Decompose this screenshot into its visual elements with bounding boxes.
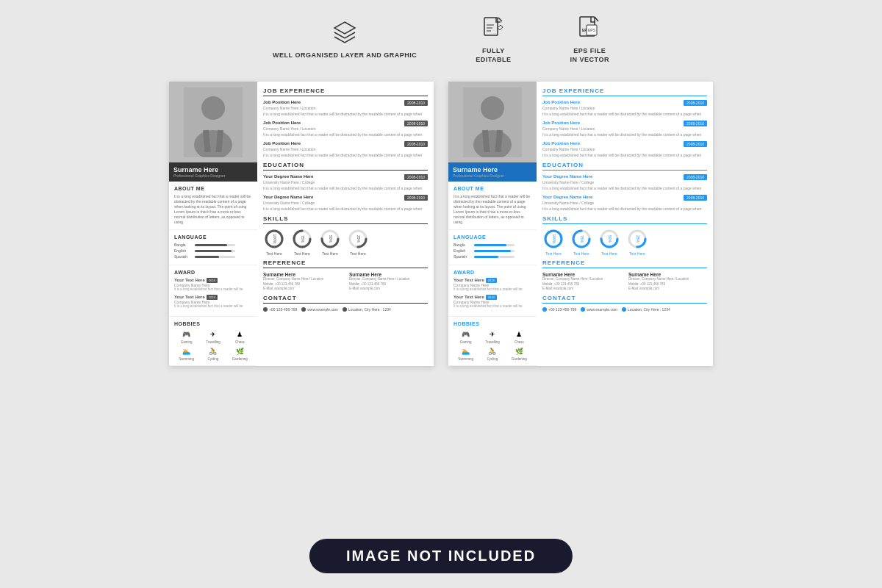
surname-2: Surname Here — [453, 166, 532, 173]
svg-text:EPS: EPS — [588, 28, 596, 32]
exp-title-2: JOB EXPERIENCE — [542, 87, 707, 96]
feature-bar: WELL ORGANISED LAYER AND GRAPHIC FULLYED… — [0, 0, 882, 74]
job-2-1: Job Position Here 2008-2010 Company Name… — [542, 100, 707, 117]
skill-25-2: 25% Text Here — [626, 228, 648, 256]
about-text-2: It is a long established fact that a rea… — [453, 194, 531, 225]
skill-100-1: 100% Text Here — [263, 228, 285, 256]
contact-row-1: +00 123-456-789 www.example.com Location… — [263, 307, 428, 312]
lang-spanish-2: Spanish — [453, 254, 531, 259]
award-item-2-2: Your Text Here2018 Company Name Here It … — [453, 295, 531, 309]
lang-title-1: LANGUAGE — [174, 234, 252, 240]
skills-section-2: SKILLS 100% Text Here — [542, 215, 707, 256]
ref-row-1: Surname Here Director, Company Name Here… — [263, 272, 428, 291]
hobby-travel-1: ✈ Travelling — [201, 329, 225, 344]
contact-row-2: +00 123-456-789 www.example.com Location… — [542, 307, 707, 312]
award-item-1: Your Text Here2018 Company Name Here It … — [174, 278, 252, 292]
hobby-gaming-1: 🎮 Gaming — [174, 329, 198, 344]
skills-title-2: SKILLS — [542, 215, 707, 224]
skill-50-1: 50% Text Here — [319, 228, 341, 256]
contact-title-2: CONTACT — [542, 295, 707, 304]
about-section-2: ABOUT ME It is a long established fact t… — [448, 182, 537, 230]
contact-phone-2: +00 123-456-789 — [542, 307, 576, 312]
about-title-2: ABOUT ME — [453, 186, 531, 191]
main-content-2: JOB EXPERIENCE Job Position Here 2008-20… — [537, 82, 713, 366]
contact-loc-2: Location, City Here : 1234 — [622, 307, 670, 312]
job-1-2: Job Position Here 2008-2010 Company Name… — [263, 121, 428, 137]
hobbies-title-1: HOBBIES — [174, 321, 252, 326]
contact-section-2: CONTACT +00 123-456-789 www.example.com … — [542, 295, 707, 312]
bottom-banner: IMAGE NOT INCLUDED — [309, 539, 573, 573]
svg-text:25%: 25% — [636, 235, 640, 243]
sidebar-2: Surname Here Professional Graphics Desig… — [448, 82, 537, 366]
about-title-1: ABOUT ME — [174, 186, 252, 191]
name-banner-2: Surname Here Professional Graphics Desig… — [448, 162, 537, 182]
hobbies-grid-2: 🎮 Gaming ✈ Travelling ♟ Chess 🏊 Swimming — [453, 329, 531, 361]
skills-row-1: 100% Text Here 75% Text Here — [263, 228, 428, 256]
skill-25-1: 25% Text Here — [347, 228, 369, 256]
hobbies-grid-1: 🎮 Gaming ✈ Travelling ♟ Chess 🏊 Swimming — [174, 329, 252, 361]
about-section-1: ABOUT ME It is a long established fact t… — [169, 182, 257, 230]
contact-web-2: www.example.com — [581, 307, 617, 312]
contact-loc-1: Location, City Here : 1234 — [343, 307, 391, 312]
svg-text:50%: 50% — [608, 235, 612, 243]
hobbies-section-1: HOBBIES 🎮 Gaming ✈ Travelling ♟ Chess — [169, 317, 257, 366]
award-section-2: AWARD Your Text Here2018 Company Name He… — [448, 265, 537, 317]
skills-title-1: SKILLS — [263, 215, 428, 224]
ref-1-1: Surname Here Director, Company Name Here… — [263, 272, 342, 291]
award-title-1: AWARD — [174, 270, 252, 275]
skills-section-1: SKILLS 100% Text Here — [263, 215, 428, 256]
edu-section-1: EDUCATION Your Degree Name Here 2008-201… — [263, 162, 428, 212]
hobby-swim-1: 🏊 Swimming — [174, 346, 198, 361]
feature-edit: FULLYEDITABLE — [476, 13, 511, 64]
lang-title-2: LANGUAGE — [453, 234, 531, 240]
skill-100-2: 100% Text Here — [542, 228, 564, 256]
award-title-2: AWARD — [453, 270, 531, 275]
resume-card-1: Surname Here Professional Graphics Desig… — [169, 82, 434, 366]
feature-layers: WELL ORGANISED LAYER AND GRAPHIC — [273, 18, 417, 60]
feature-layers-label: WELL ORGANISED LAYER AND GRAPHIC — [273, 51, 417, 60]
award-item-2-1: Your Text Here2018 Company Name Here It … — [453, 278, 531, 292]
feature-eps-label: EPS FILEIN VECTOR — [570, 47, 609, 64]
hobbies-title-2: HOBBIES — [453, 321, 531, 326]
contact-web-1: www.example.com — [301, 307, 338, 312]
svg-text:50%: 50% — [329, 235, 333, 243]
contact-phone-1: +00 123-456-789 — [263, 307, 297, 312]
main-content-1: JOB EXPERIENCE Job Position Here 2008-20… — [257, 82, 434, 366]
ref-row-2: Surname Here Director, Company Name Here… — [542, 272, 707, 291]
hobby-cycle-1: 🚴 Cycling — [201, 346, 225, 361]
resumes-container: Surname Here Professional Graphics Desig… — [0, 74, 882, 373]
ref-2-1: Surname Here Director, Company Name Here… — [542, 272, 621, 291]
award-item-2: Your Text Here2018 Company Name Here It … — [174, 295, 252, 309]
edu-title-2: EDUCATION — [542, 162, 707, 171]
layers-icon — [330, 18, 359, 47]
svg-text:100%: 100% — [552, 234, 556, 244]
ref-section-2: REFERENCE Surname Here Director, Company… — [542, 259, 707, 291]
ref-2-2: Surname Here Director, Company Name Here… — [628, 272, 707, 291]
contact-title-1: CONTACT — [263, 295, 428, 304]
contact-section-1: CONTACT +00 123-456-789 www.example.com … — [263, 295, 428, 312]
hobby-chess-1: ♟ Chess — [228, 329, 252, 344]
hobby-gaming-2: 🎮 Gaming — [453, 329, 478, 344]
award-section-1: AWARD Your Text Here2018 Company Name He… — [169, 265, 257, 317]
about-text-1: It is a long established fact that a rea… — [174, 194, 252, 225]
svg-text:100%: 100% — [273, 234, 277, 244]
job-2-3: Job Position Here 2008-2010 Company Name… — [542, 141, 707, 158]
skills-row-2: 100% Text Here 75% Text Here — [542, 228, 707, 256]
hobby-travel-2: ✈ Travelling — [480, 329, 504, 344]
edu-title-1: EDUCATION — [263, 162, 428, 171]
photo-1 — [169, 82, 257, 162]
name-banner-1: Surname Here Professional Graphics Desig… — [169, 162, 257, 182]
skill-75-2: 75% Text Here — [570, 228, 592, 256]
hobby-swim-2: 🏊 Swimming — [453, 346, 478, 361]
eps-icon: EPS EPS — [575, 13, 604, 43]
skill-75-1: 75% Text Here — [291, 228, 313, 256]
job-title-2: Professional Graphics Designer — [453, 173, 532, 178]
svg-text:25%: 25% — [356, 235, 361, 243]
lang-bangla-1: Bangla — [174, 243, 252, 247]
lang-english-1: English — [174, 248, 252, 253]
svg-point-6 — [201, 96, 225, 120]
language-section-2: LANGUAGE Bangla English Spanish — [448, 230, 537, 265]
exp-title-1: JOB EXPERIENCE — [263, 87, 428, 96]
edu-2-2: Your Degree Name Here 2008-2010 Universi… — [542, 195, 707, 212]
job-2-2: Job Position Here 2008-2010 Company Name… — [542, 121, 707, 137]
